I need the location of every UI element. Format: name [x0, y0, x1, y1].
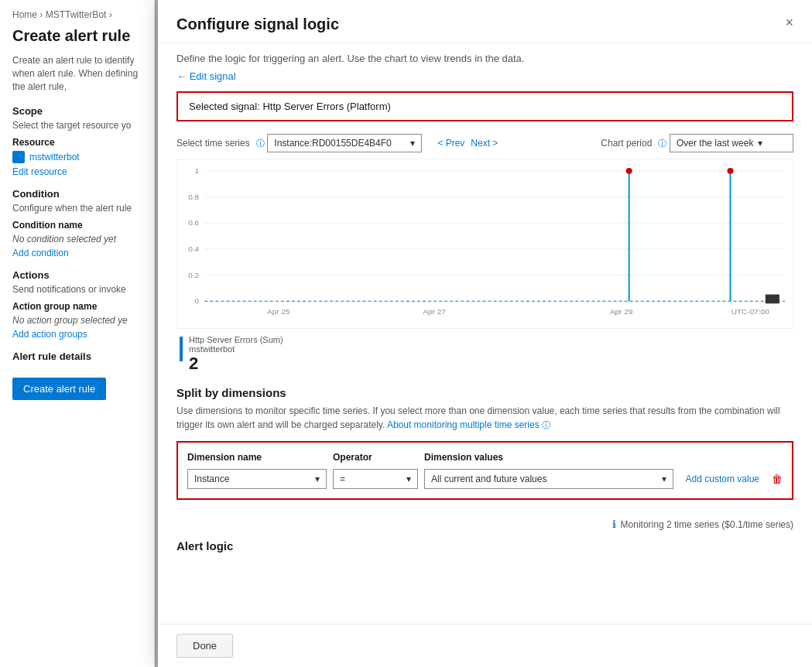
dimension-headers: Dimension name Operator Dimension values	[187, 452, 783, 463]
breadcrumb-resource[interactable]: MSTTwitterBot	[46, 9, 107, 20]
monitoring-info-circle-icon: ℹ	[612, 518, 616, 530]
chart-svg: 1 0.8 0.6 0.4 0.2 0	[177, 159, 793, 328]
prev-button[interactable]: < Prev	[437, 138, 464, 149]
time-series-dropdown[interactable]: Instance:RD00155DE4B4F0 ▾	[267, 134, 422, 152]
modal-footer: Done	[158, 624, 812, 667]
monitoring-info-icon[interactable]: ⓘ	[542, 420, 550, 429]
svg-text:UTC-07:00: UTC-07:00	[731, 307, 770, 316]
condition-section-title: Condition	[12, 188, 142, 200]
modal-description: Define the logic for triggering an alert…	[158, 43, 812, 64]
time-series-chevron-icon: ▾	[410, 138, 415, 149]
chart-period-value: Over the last week	[677, 138, 753, 149]
operator-dropdown[interactable]: = ▾	[333, 469, 418, 489]
dim-name-chevron-icon: ▾	[315, 474, 320, 484]
legend-info: Http Server Errors (Sum) mstwitterbot 2	[189, 335, 283, 374]
about-monitoring-link[interactable]: About monitoring multiple time series	[387, 419, 540, 430]
legend-sub: mstwitterbot	[189, 344, 283, 354]
add-custom-value-link[interactable]: Add custom value	[686, 474, 759, 484]
legend-count: 2	[189, 354, 283, 374]
svg-point-14	[626, 168, 632, 174]
time-series-info-icon[interactable]: ⓘ	[256, 138, 265, 149]
dim-name-value: Instance	[194, 474, 229, 484]
chart-period-chevron-icon: ▾	[758, 138, 762, 149]
done-button[interactable]: Done	[176, 634, 233, 658]
edit-resource-link[interactable]: Edit resource	[12, 166, 142, 177]
action-group-label: Action group name	[12, 301, 142, 312]
split-title: Split by dimensions	[176, 386, 793, 399]
monitoring-note: ℹ Monitoring 2 time series ($0.1/time se…	[158, 512, 812, 530]
alert-logic-section: Alert logic	[158, 530, 812, 552]
svg-text:0.6: 0.6	[188, 218, 199, 227]
left-description: Create an alert rule to identify when al…	[12, 54, 142, 93]
resource-field-label: Resource	[12, 137, 142, 148]
chart-period-info-icon[interactable]: ⓘ	[658, 138, 666, 149]
resource-name: mstwitterbot	[29, 152, 80, 162]
svg-text:0: 0	[195, 296, 200, 305]
legend-label: Http Server Errors (Sum)	[189, 335, 283, 344]
selected-signal-text: Selected signal: Http Server Errors (Pla…	[189, 101, 391, 112]
operator-value: =	[340, 474, 345, 484]
modal-title: Configure signal logic	[176, 15, 339, 33]
chart-period-dropdown[interactable]: Over the last week ▾	[670, 134, 793, 152]
breadcrumb-home[interactable]: Home	[12, 9, 37, 20]
monitoring-note-text: Monitoring 2 time series ($0.1/time seri…	[621, 519, 793, 530]
actions-section-desc: Send notifications or invoke	[12, 284, 142, 295]
legend-color-bar	[180, 337, 183, 361]
chart-section: Select time series ⓘ Instance:RD00155DE4…	[158, 134, 812, 374]
dim-values-chevron-icon: ▾	[662, 474, 666, 484]
time-series-value: Instance:RD00155DE4B4F0	[274, 138, 391, 149]
dim-name-dropdown[interactable]: Instance ▾	[187, 469, 327, 489]
edit-signal-link[interactable]: Edit signal	[158, 64, 812, 91]
chart-container: 1 0.8 0.6 0.4 0.2 0	[176, 159, 793, 329]
svg-point-16	[727, 168, 733, 174]
dimension-row: Instance ▾ = ▾ All current and future va…	[187, 469, 783, 489]
modal-header: Configure signal logic ×	[158, 0, 812, 43]
condition-value: No condition selected yet	[12, 234, 142, 245]
operator-header: Operator	[333, 452, 418, 463]
chart-period-label: Chart period	[601, 138, 652, 149]
next-button[interactable]: Next >	[471, 138, 498, 149]
svg-text:0.8: 0.8	[188, 193, 199, 201]
resource-icon	[12, 151, 25, 163]
left-panel: Home › MSTTwitterBot › Create alert rule…	[0, 0, 155, 667]
selected-signal-box: Selected signal: Http Server Errors (Pla…	[176, 91, 793, 121]
modal-overlay: Configure signal logic × Define the logi…	[155, 0, 812, 667]
add-condition-link[interactable]: Add condition	[12, 248, 142, 258]
svg-rect-21	[766, 294, 779, 303]
svg-text:Apr 25: Apr 25	[267, 307, 290, 316]
page-title: Create alert rule	[12, 26, 142, 45]
create-button-container: Create alert rule	[12, 378, 142, 400]
modal-body: Define the logic for triggering an alert…	[158, 43, 812, 624]
action-group-value: No action group selected ye	[12, 315, 142, 326]
dim-name-header: Dimension name	[187, 452, 327, 463]
svg-text:0.4: 0.4	[188, 245, 199, 253]
chart-legend: Http Server Errors (Sum) mstwitterbot 2	[176, 335, 793, 374]
chart-nav-buttons: < Prev Next >	[437, 138, 498, 149]
create-alert-rule-button[interactable]: Create alert rule	[12, 378, 106, 400]
time-series-label: Select time series	[176, 138, 250, 149]
operator-chevron-icon: ▾	[406, 474, 411, 484]
configure-signal-modal: Configure signal logic × Define the logi…	[158, 0, 812, 667]
scope-section-title: Scope	[12, 105, 142, 117]
chart-controls: Select time series ⓘ Instance:RD00155DE4…	[176, 134, 793, 152]
add-action-groups-link[interactable]: Add action groups	[12, 329, 142, 340]
delete-dimension-icon[interactable]: 🗑	[772, 473, 783, 485]
modal-close-button[interactable]: ×	[785, 15, 793, 29]
svg-text:Apr 29: Apr 29	[610, 307, 633, 316]
actions-section-title: Actions	[12, 269, 142, 281]
split-desc: Use dimensions to monitor specific time …	[176, 404, 793, 432]
dim-values-header: Dimension values	[424, 452, 783, 463]
scope-section-desc: Select the target resource yo	[12, 120, 142, 131]
condition-section-desc: Configure when the alert rule	[12, 203, 142, 214]
alert-logic-title: Alert logic	[176, 539, 793, 552]
breadcrumb: Home › MSTTwitterBot ›	[12, 9, 142, 20]
svg-text:Apr 27: Apr 27	[423, 307, 446, 316]
resource-item: mstwitterbot	[12, 151, 142, 163]
alert-rule-details-title: Alert rule details	[12, 351, 142, 362]
svg-text:1: 1	[195, 166, 200, 175]
svg-text:0.2: 0.2	[188, 271, 199, 279]
dim-values-dropdown[interactable]: All current and future values ▾	[424, 469, 673, 489]
dimension-table: Dimension name Operator Dimension values…	[176, 441, 793, 500]
dim-values-value: All current and future values	[431, 474, 546, 484]
split-section: Split by dimensions Use dimensions to mo…	[158, 386, 812, 512]
